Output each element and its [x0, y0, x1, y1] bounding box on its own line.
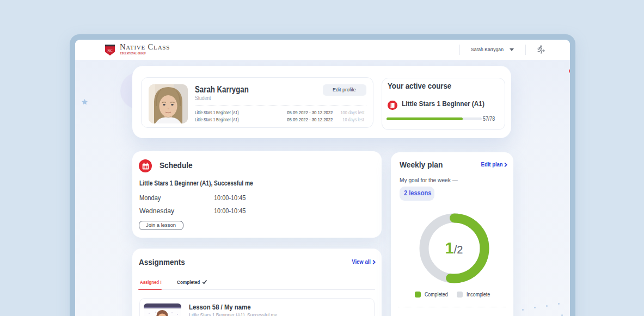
svg-text:NC: NC [107, 48, 112, 52]
